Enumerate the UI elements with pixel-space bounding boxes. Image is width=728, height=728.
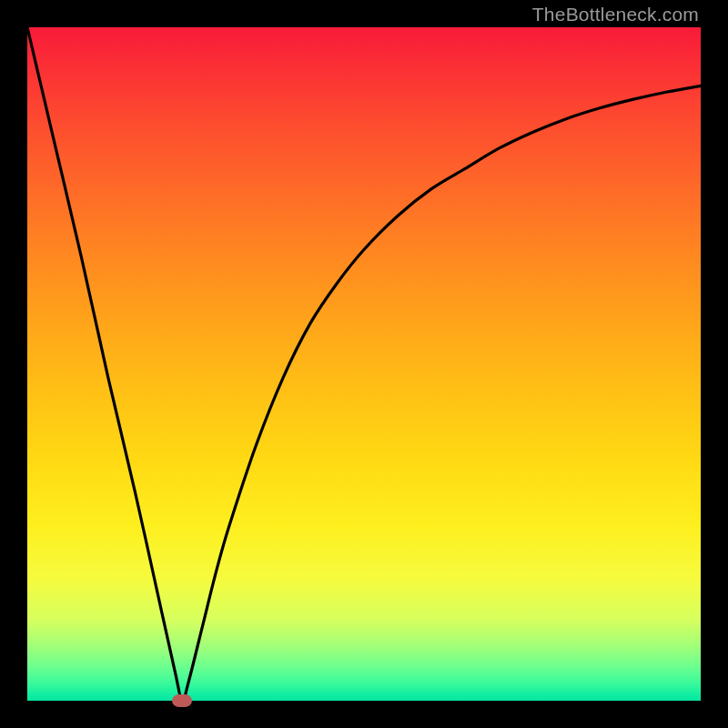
optimum-marker	[172, 694, 192, 707]
plot-area	[27, 27, 701, 701]
curve-svg	[27, 27, 701, 701]
chart-frame: TheBottleneck.com	[0, 0, 728, 728]
watermark-text: TheBottleneck.com	[532, 4, 699, 25]
bottleneck-curve-path	[27, 27, 701, 701]
